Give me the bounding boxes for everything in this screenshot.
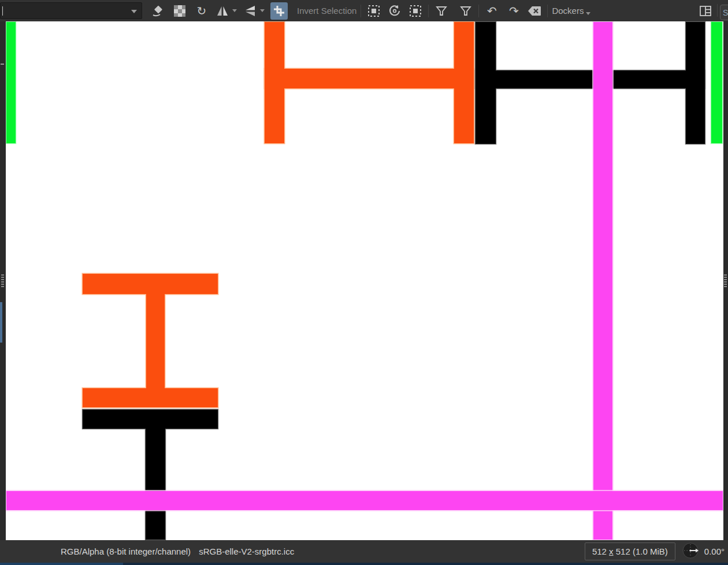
workspace	[0, 21, 728, 540]
canvas[interactable]	[6, 21, 723, 540]
magenta-bar-horizontal	[6, 491, 723, 510]
mirror-horizontal-button[interactable]	[214, 2, 231, 20]
chevron-down-icon	[586, 12, 590, 15]
bottom-edge-strip	[0, 563, 728, 565]
mirror-horizontal-dropdown-icon[interactable]	[232, 9, 237, 12]
redo-icon: ↷	[509, 5, 519, 17]
magenta-bar-vertical	[593, 22, 612, 540]
undo-icon: ↶	[487, 5, 497, 17]
rotate-selection-button[interactable]	[386, 2, 403, 20]
reload-icon: ↻	[197, 5, 207, 17]
select-all-button[interactable]	[365, 2, 382, 20]
mirror-vertical-icon	[243, 4, 257, 18]
partial-edge-button[interactable]: S	[720, 5, 728, 20]
select-all-icon	[367, 4, 381, 18]
orange-i-beam	[83, 388, 218, 407]
toolbar-combobox[interactable]	[0, 2, 142, 19]
rotation-angle-label: 0.00°	[704, 547, 725, 556]
crop-icon	[273, 5, 285, 17]
left-strip-highlight[interactable]	[0, 302, 2, 343]
size-post: 512 (1.0 MiB)	[614, 547, 668, 556]
rotate-selection-icon	[388, 4, 402, 18]
clear-button[interactable]	[526, 2, 543, 20]
docker-layout-button[interactable]	[697, 2, 714, 20]
black-t-shape	[83, 410, 218, 429]
toolbar-separator	[361, 5, 361, 17]
mirror-vertical-button[interactable]	[242, 2, 259, 20]
black-t-shape	[146, 428, 165, 540]
left-strip-drag-handle[interactable]	[1, 274, 4, 288]
color-profile-label: sRGB-elle-V2-srgbtrc.icc	[199, 547, 294, 556]
filter-button-2[interactable]	[457, 2, 474, 20]
canvas-rotation-dial[interactable]	[681, 541, 700, 562]
orange-h-top	[265, 69, 474, 88]
left-docker-strip	[0, 21, 6, 540]
statusbar: RGB/Alpha (8-bit integer/channel) sRGB-e…	[0, 540, 728, 563]
checkerboard-icon	[173, 4, 187, 18]
krita-window: ↻	[0, 0, 728, 565]
crop-tool-button[interactable]	[270, 2, 288, 20]
size-pre: 512	[592, 547, 609, 556]
text-cursor	[2, 6, 3, 16]
undo-button[interactable]: ↶	[483, 2, 500, 20]
toolbar-separator	[547, 5, 548, 17]
size-x: x	[609, 547, 614, 556]
eraser-button[interactable]	[149, 2, 166, 20]
green-bar-right	[711, 22, 722, 143]
toolbar-separator	[478, 5, 479, 17]
dockers-menu[interactable]: Dockers	[552, 6, 590, 16]
chevron-down-icon[interactable]	[131, 10, 137, 13]
orange-i-beam	[146, 293, 165, 389]
deselect-icon	[408, 4, 422, 18]
funnel-icon	[459, 5, 472, 17]
toolbar-separator	[717, 4, 718, 17]
document-size-button[interactable]: 512 x 512 (1.0 MiB)	[585, 542, 675, 560]
left-strip-tick	[1, 64, 4, 65]
redo-button[interactable]: ↷	[505, 2, 522, 20]
filter-button-1[interactable]	[433, 2, 450, 20]
canvas-shapes-svg[interactable]	[6, 21, 723, 540]
bottom-edge-highlight	[0, 563, 123, 565]
toolbar-separator	[428, 5, 429, 17]
orange-i-beam	[83, 274, 218, 294]
mirror-vertical-dropdown-icon[interactable]	[260, 9, 265, 12]
dockers-menu-label: Dockers	[552, 6, 584, 16]
green-bar-left	[6, 22, 16, 143]
docker-layout-icon	[699, 4, 712, 18]
invert-selection-label: Invert Selection	[297, 6, 356, 16]
eraser-icon	[151, 4, 165, 18]
backspace-icon	[527, 5, 542, 17]
colorspace-label: RGB/Alpha (8-bit integer/channel)	[61, 547, 191, 556]
mirror-horizontal-icon	[216, 4, 229, 18]
black-h-top	[476, 70, 705, 88]
funnel-icon	[435, 5, 448, 17]
tool-options-toolbar: ↻	[0, 0, 728, 21]
reload-preset-button[interactable]: ↻	[193, 2, 210, 20]
deselect-button[interactable]	[407, 2, 424, 20]
preserve-alpha-button[interactable]	[171, 2, 188, 20]
partial-edge-button-label: S	[723, 8, 728, 17]
right-docker-strip	[723, 21, 728, 540]
right-strip-drag-handle[interactable]	[724, 274, 727, 288]
